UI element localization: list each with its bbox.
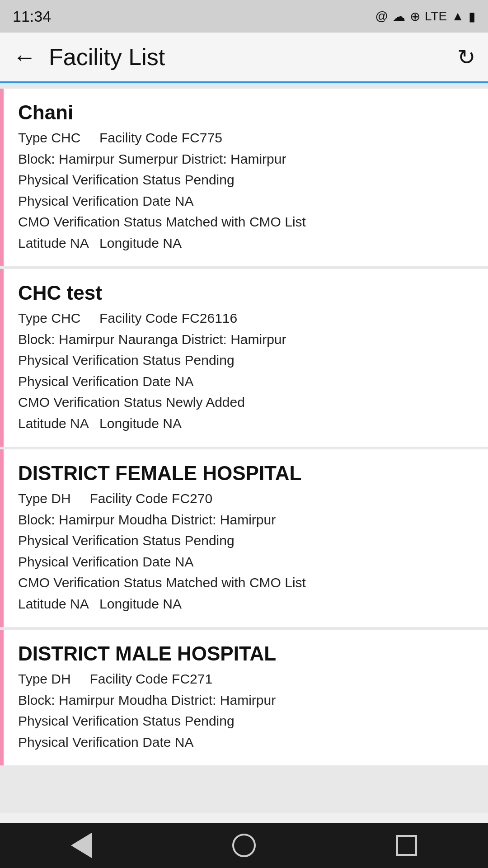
facility-type-code: Type CHC Facility Code FC775: [18, 127, 474, 149]
status-time: 11:34: [13, 8, 51, 25]
facility-block-district: Block: Hamirpur Moudha District: Hamirpu…: [18, 690, 474, 711]
back-nav-button[interactable]: [68, 832, 95, 859]
facility-pvs: Physical Verification Status Pending: [18, 350, 474, 371]
facility-type-code: Type DH Facility Code FC270: [18, 488, 474, 509]
page-title: Facility List: [49, 43, 457, 71]
home-nav-button[interactable]: [230, 832, 258, 859]
facility-block-district: Block: Hamirpur Moudha District: Hamirpu…: [18, 509, 474, 531]
facility-cmo-status: CMO Verification Status Matched with CMO…: [18, 572, 474, 594]
facility-name: DISTRICT FEMALE HOSPITAL: [18, 462, 474, 485]
facility-cmo-status: CMO Verification Status Matched with CMO…: [18, 212, 474, 233]
facility-card-district-female-hospital[interactable]: DISTRICT FEMALE HOSPITAL Type DH Facilit…: [0, 449, 488, 627]
signal-icon: ▲: [451, 9, 464, 24]
battery-icon: ▮: [469, 9, 475, 24]
back-nav-icon: [71, 833, 92, 858]
facility-pvs: Physical Verification Status Pending: [18, 711, 474, 732]
at-icon: @: [375, 9, 388, 24]
facility-lat-long: Latitude NA Longitude NA: [18, 413, 474, 434]
facility-card-district-male-hospital[interactable]: DISTRICT MALE HOSPITAL Type DH Facility …: [0, 630, 488, 765]
recent-nav-button[interactable]: [393, 832, 420, 859]
cloud-icon: ☁: [393, 9, 405, 24]
refresh-button[interactable]: ↻: [457, 44, 475, 70]
back-button[interactable]: ←: [13, 45, 36, 69]
facility-card-chc-test[interactable]: CHC test Type CHC Facility Code FC26116 …: [0, 269, 488, 447]
facility-pvs: Physical Verification Status Pending: [18, 170, 474, 191]
recent-nav-icon: [396, 835, 417, 856]
facility-card-chani[interactable]: Chani Type CHC Facility Code FC775 Block…: [0, 89, 488, 266]
facility-name: DISTRICT MALE HOSPITAL: [18, 642, 474, 665]
facility-list: Chani Type CHC Facility Code FC775 Block…: [0, 83, 488, 813]
facility-block-district: Block: Hamirpur Nauranga District: Hamir…: [18, 329, 474, 350]
facility-name: Chani: [18, 101, 474, 124]
facility-type-code: Type DH Facility Code FC271: [18, 669, 474, 690]
lte-label: LTE: [425, 9, 447, 24]
location-icon: ⊕: [410, 9, 420, 24]
facility-lat-long: Latitude NA Longitude NA: [18, 233, 474, 254]
bottom-navigation: [0, 823, 488, 868]
home-nav-icon: [232, 834, 256, 857]
facility-cmo-status: CMO Verification Status Newly Added: [18, 392, 474, 413]
facility-pvd: Physical Verification Date NA: [18, 732, 474, 753]
facility-pvd: Physical Verification Date NA: [18, 552, 474, 573]
app-bar: ← Facility List ↻: [0, 33, 488, 83]
facility-pvd: Physical Verification Date NA: [18, 371, 474, 392]
facility-pvs: Physical Verification Status Pending: [18, 530, 474, 552]
facility-pvd: Physical Verification Date NA: [18, 191, 474, 212]
status-icons: @ ☁ ⊕ LTE ▲ ▮: [375, 9, 475, 24]
facility-lat-long: Latitude NA Longitude NA: [18, 594, 474, 615]
facility-type-code: Type CHC Facility Code FC26116: [18, 308, 474, 329]
facility-name: CHC test: [18, 282, 474, 304]
status-bar: 11:34 @ ☁ ⊕ LTE ▲ ▮: [0, 0, 488, 33]
facility-block-district: Block: Hamirpur Sumerpur District: Hamir…: [18, 149, 474, 170]
